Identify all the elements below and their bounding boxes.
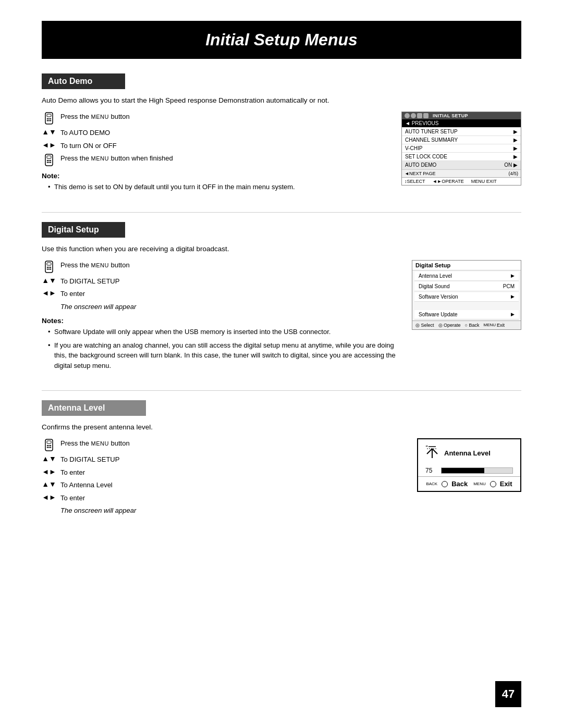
digital-setup-steps: Press the Menu button ▲▼ To DIGITAL SETU… bbox=[42, 260, 396, 374]
svg-point-4 bbox=[50, 118, 51, 119]
digital-setup-description: Use this function when you are receiving… bbox=[42, 245, 521, 253]
antenna-level-content: Press the Menu button ▲▼ To DIGITAL SETU… bbox=[42, 438, 521, 519]
svg-point-10 bbox=[47, 160, 48, 161]
svg-point-28 bbox=[50, 445, 51, 446]
screen-item-label: AUTO DEMO bbox=[405, 162, 436, 168]
step-row: The onscreen will appear bbox=[42, 505, 401, 516]
svg-point-12 bbox=[50, 160, 51, 161]
step-row: ◄► To enter bbox=[42, 289, 396, 299]
svg-point-6 bbox=[48, 120, 50, 121]
svg-point-22 bbox=[48, 268, 50, 269]
screen-header-bar: INITIAL SETUP bbox=[402, 112, 521, 119]
svg-point-26 bbox=[47, 445, 48, 446]
ds-menu-item: Antenna Level ▶ bbox=[414, 272, 519, 281]
ds-menu-item: Digital Sound PCM bbox=[414, 282, 519, 291]
step-text: To enter bbox=[60, 289, 85, 299]
ds-menu-item: Software Update ▶ bbox=[414, 310, 519, 319]
step-text: To Antenna Level bbox=[60, 480, 113, 490]
ds-item-value: PCM bbox=[503, 283, 515, 289]
step-row: Press the Menu button bbox=[42, 438, 401, 452]
auto-demo-steps: Press the Menu button ▲▼ To AUTO DEMO ◄►… bbox=[42, 112, 386, 195]
digital-setup-header: Digital Setup bbox=[42, 222, 125, 238]
al-screen-footer: BACK Back MENU Exit bbox=[418, 476, 520, 491]
antenna-level-header: Antenna Level bbox=[42, 400, 146, 416]
auto-demo-note: Note: This demo is set to ON by default … bbox=[42, 172, 386, 192]
svg-rect-1 bbox=[47, 114, 51, 117]
svg-line-33 bbox=[427, 449, 432, 454]
antenna-level-description: Confirms the present antenna level. bbox=[42, 423, 521, 431]
arrow-up-down-icon: ▲▼ bbox=[42, 276, 56, 285]
screen-page-count: (4/5) bbox=[508, 171, 518, 176]
section-digital-setup: Digital Setup Use this function when you… bbox=[42, 222, 521, 374]
ds-footer-back: ○ Back bbox=[465, 323, 480, 328]
ds-item-arrow: ▶ bbox=[511, 273, 515, 278]
step-text: To DIGITAL SETUP bbox=[60, 276, 119, 287]
svg-point-2 bbox=[47, 118, 48, 119]
ds-item-label: Antenna Level bbox=[419, 273, 452, 279]
ds-spacer bbox=[412, 303, 521, 309]
svg-point-15 bbox=[50, 162, 51, 163]
step-text-italic: The onscreen will appear bbox=[60, 302, 136, 312]
screen-previous-item: ◄ PREVIOUS bbox=[402, 119, 521, 128]
digital-setup-screen: Digital Setup Antenna Level ▶ Digital So… bbox=[412, 260, 521, 330]
step-text: To enter bbox=[60, 467, 85, 478]
auto-demo-description: Auto Demo allows you to start the High S… bbox=[42, 96, 521, 104]
page-number: 47 bbox=[495, 681, 521, 707]
svg-point-7 bbox=[50, 120, 51, 121]
al-exit-circle bbox=[490, 481, 496, 487]
screen-item-label: V-CHIP bbox=[405, 145, 422, 151]
svg-line-34 bbox=[432, 449, 437, 454]
screen-item-arrow: ▶ bbox=[513, 154, 518, 159]
step-row: ▲▼ To AUTO DEMO bbox=[42, 128, 386, 138]
screen-icon bbox=[423, 113, 429, 118]
svg-point-23 bbox=[50, 268, 51, 269]
step-text: To turn ON or OFF bbox=[60, 141, 117, 151]
screen-next-page: ◄NEXT PAGE (4/5) bbox=[402, 169, 521, 177]
step-text: Press the Menu button when finished bbox=[60, 153, 173, 164]
svg-text:": " bbox=[425, 445, 428, 450]
arrow-up-down-icon: ▲▼ bbox=[42, 454, 56, 463]
screen-item-label: CHANNEL SUMMARY bbox=[405, 137, 458, 143]
svg-point-14 bbox=[48, 162, 50, 163]
screen-footer-controls: ↕SELECT ◄►OPERATE MENU EXIT bbox=[402, 177, 521, 185]
screen-footer-exit: MENU EXIT bbox=[471, 179, 497, 184]
screen-menu-item: AUTO TUNER SETUP ▶ bbox=[402, 128, 521, 136]
screen-menu-item: CHANNEL SUMMARY ▶ bbox=[402, 136, 521, 144]
ds-screen-footer: ◎ Select ◎ Operate ○ Back MENU Exit bbox=[412, 320, 521, 329]
ds-footer-select: ◎ Select bbox=[415, 323, 434, 328]
note-item: Software Update will only appear when th… bbox=[48, 327, 396, 337]
ds-screen-title: Digital Setup bbox=[412, 261, 521, 270]
al-level-number: 75 bbox=[425, 467, 437, 474]
al-back-label: Back bbox=[451, 480, 468, 488]
ds-footer-operate: ◎ Operate bbox=[438, 323, 461, 328]
ds-item-arrow: ▶ bbox=[511, 294, 515, 299]
ds-item-arrow: ▶ bbox=[511, 312, 515, 317]
al-back-circle bbox=[442, 481, 448, 487]
screen-footer-operate: ◄►OPERATE bbox=[433, 179, 464, 184]
al-bar-fill bbox=[442, 468, 484, 473]
svg-point-20 bbox=[50, 266, 51, 267]
ds-item-label: Software Update bbox=[419, 312, 458, 317]
svg-rect-9 bbox=[47, 156, 51, 158]
al-exit-key-label: MENU bbox=[473, 482, 486, 486]
ds-item-label: Digital Sound bbox=[419, 283, 449, 289]
svg-point-13 bbox=[47, 162, 48, 163]
screen-title: INITIAL SETUP bbox=[433, 113, 468, 118]
screen-menu-item: SET LOCK CODE ▶ bbox=[402, 153, 521, 161]
step-text: Press the Menu button bbox=[60, 438, 130, 449]
svg-point-18 bbox=[47, 266, 48, 267]
screen-icon bbox=[411, 113, 416, 118]
remote-icon bbox=[42, 112, 56, 125]
screen-item-arrow: ▶ bbox=[513, 137, 518, 143]
notes-title: Notes: bbox=[42, 317, 396, 325]
step-text: Press the Menu button bbox=[60, 112, 130, 122]
svg-point-5 bbox=[47, 120, 48, 121]
step-row: Press the Menu button bbox=[42, 260, 396, 274]
svg-point-3 bbox=[48, 118, 50, 119]
step-row: ▲▼ To Antenna Level bbox=[42, 480, 401, 490]
remote-icon bbox=[42, 438, 56, 452]
digital-setup-notes: Notes: Software Update will only appear … bbox=[42, 317, 396, 371]
auto-demo-content: Press the Menu button ▲▼ To AUTO DEMO ◄►… bbox=[42, 112, 521, 195]
svg-point-30 bbox=[48, 447, 50, 448]
arrow-left-right-icon: ◄► bbox=[42, 289, 56, 297]
